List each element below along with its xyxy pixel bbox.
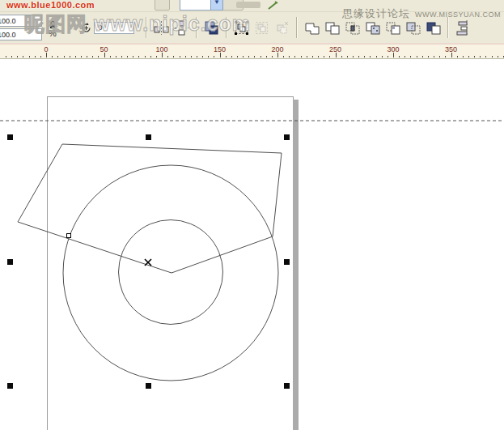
mirror-horizontal-button[interactable]	[151, 17, 172, 38]
ruler-tick-major	[104, 53, 105, 57]
ruler-tick-minor	[428, 56, 429, 57]
inner-circle-shape[interactable]	[119, 220, 223, 325]
weld-button[interactable]	[302, 17, 322, 38]
ruler-tick-minor	[87, 56, 87, 57]
ruler-tick-minor	[336, 56, 337, 57]
ruler-tick-minor	[237, 56, 238, 57]
intersect-button[interactable]	[342, 17, 362, 38]
ruler-tick-minor	[70, 56, 70, 57]
ruler-tick-minor	[353, 56, 354, 57]
ruler-tick-minor	[17, 56, 18, 57]
align-distribute-button[interactable]	[453, 17, 473, 38]
ruler-tick-minor	[64, 56, 65, 57]
ruler-tick-minor	[226, 56, 227, 57]
ruler-tick-minor	[92, 56, 93, 57]
ruler-tick-minor	[133, 56, 133, 57]
trim-button[interactable]	[322, 17, 342, 38]
ruler-tick-minor	[324, 56, 324, 57]
ruler-tick-minor	[35, 56, 36, 57]
back-minus-front-button[interactable]	[403, 17, 423, 38]
scale-h-input[interactable]	[0, 15, 42, 27]
polygon-shape[interactable]	[18, 144, 282, 273]
ruler-tick-minor	[167, 56, 168, 57]
shapes-layer	[0, 59, 504, 430]
ruler-tick-minor	[318, 56, 319, 57]
ruler-tick-minor	[376, 56, 377, 57]
ruler-tick-minor	[52, 56, 53, 57]
ruler-tick-minor	[145, 56, 146, 57]
ruler-tick-minor	[492, 56, 493, 57]
ruler-tick-minor	[463, 56, 464, 57]
ruler-tick-minor	[214, 56, 214, 57]
pen-outline-icon[interactable]	[268, 1, 279, 10]
zoom-level-combo[interactable]: ▼	[180, 0, 223, 11]
ruler-tick-minor	[29, 56, 30, 57]
chevron-down-icon[interactable]: ▼	[210, 0, 222, 10]
coreldraw-window: www.blue1000.com ▼ %	[0, 0, 504, 430]
selection-handle[interactable]	[284, 259, 290, 265]
ruler-tick-minor	[382, 56, 383, 57]
ruler-tick-minor	[393, 56, 394, 57]
ruler-tick-minor	[173, 56, 174, 57]
ruler-tick-minor	[191, 56, 192, 57]
ungroup-button	[252, 17, 272, 38]
separator	[196, 17, 197, 38]
ruler-tick-minor	[498, 56, 498, 57]
ungroup-all-button	[272, 17, 292, 38]
ruler-tick-minor	[417, 56, 417, 57]
selection-handle[interactable]	[146, 134, 151, 140]
ruler-tick-minor	[294, 56, 295, 57]
ruler-tick-minor	[399, 56, 400, 57]
ruler-tick-minor	[445, 56, 446, 57]
percent-label: %	[49, 28, 57, 38]
horizontal-ruler[interactable]: 050100150200250300350	[0, 45, 504, 59]
unreadable-label	[236, 2, 254, 8]
drawing-canvas[interactable]: 丝路教程网 www.nipic.com	[0, 59, 504, 430]
selection-center-marker[interactable]	[145, 259, 151, 266]
ruler-tick-minor	[40, 56, 41, 57]
scale-v-input[interactable]	[0, 28, 42, 40]
ruler-tick-minor	[422, 56, 423, 57]
group-button[interactable]	[231, 17, 252, 38]
separator	[296, 17, 298, 38]
rotation-angle-input[interactable]	[94, 22, 134, 34]
ruler-tick-minor	[260, 56, 261, 57]
ruler-tick-minor	[485, 56, 486, 57]
ruler-tick-minor	[272, 56, 273, 57]
scale-factor-inputs	[0, 15, 42, 40]
ruler-tick-minor	[127, 56, 128, 57]
ruler-tick-minor	[480, 56, 481, 57]
ruler-tick-minor	[23, 56, 23, 57]
ruler-tick-minor	[208, 56, 209, 57]
ruler-tick-minor	[301, 56, 302, 57]
ruler-tick-minor	[11, 56, 12, 57]
selection-handle[interactable]	[146, 383, 151, 389]
ruler-tick-minor	[347, 56, 348, 57]
ruler-tick-minor	[277, 56, 278, 57]
selection-handle[interactable]	[284, 134, 290, 140]
ruler-tick-minor	[81, 56, 82, 57]
ruler-tick-minor	[364, 56, 365, 57]
save-icon[interactable]	[155, 0, 170, 11]
combine-button[interactable]	[201, 17, 222, 38]
ruler-tick-minor	[266, 56, 267, 57]
ruler-tick-minor	[57, 56, 58, 57]
ruler-tick-minor	[388, 56, 388, 57]
ruler-tick-minor	[358, 56, 359, 57]
ruler-tick-minor	[341, 56, 342, 57]
ruler-tick-minor	[439, 56, 440, 57]
ruler-tick-minor	[329, 56, 330, 57]
lock-ratio-icon[interactable]	[48, 18, 57, 28]
selection-handle[interactable]	[7, 383, 13, 389]
selection-handle[interactable]	[284, 383, 290, 389]
front-minus-back-button[interactable]	[383, 17, 403, 38]
simplify-button[interactable]	[362, 17, 383, 38]
mirror-vertical-button[interactable]	[172, 17, 192, 38]
selection-handle[interactable]	[7, 134, 13, 140]
ruler-tick-minor	[468, 56, 469, 57]
selection-handle[interactable]	[7, 259, 13, 265]
separator	[146, 17, 147, 38]
curve-node-marker[interactable]	[67, 234, 71, 238]
create-boundary-button[interactable]	[423, 17, 443, 38]
ruler-tick-minor	[121, 56, 122, 57]
